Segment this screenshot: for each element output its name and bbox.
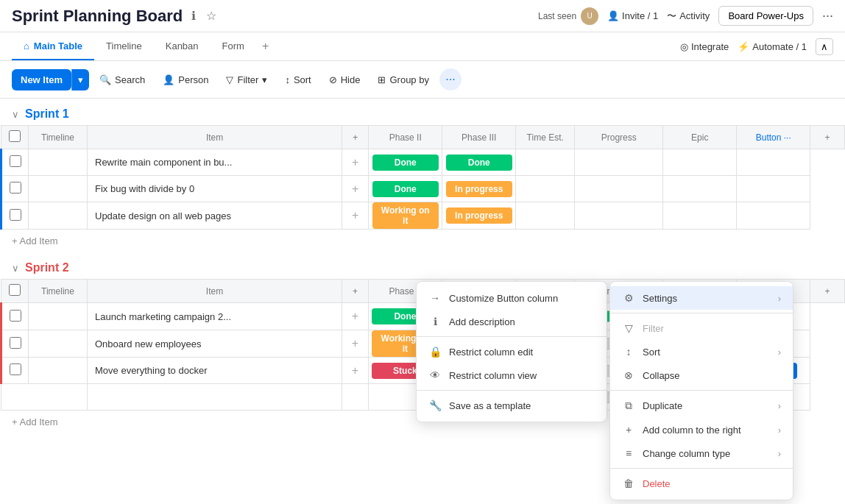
table-row: Move everything to docker + Stuck Stuck … xyxy=(1,358,845,384)
th-add-col-s1[interactable]: + xyxy=(810,126,845,149)
sprint2-header: ∨ Sprint 2 xyxy=(0,252,845,279)
sprint1-title[interactable]: Sprint 1 xyxy=(25,107,69,121)
hide-button[interactable]: ⊘ Hide xyxy=(322,70,368,90)
row-checkbox[interactable] xyxy=(10,310,21,322)
row-progress: 67% xyxy=(574,303,662,330)
add-tab-button[interactable]: + xyxy=(256,32,275,60)
row-phase3: Working on it xyxy=(442,303,515,330)
menu-item-delete[interactable]: 🗑 Delete xyxy=(610,472,793,495)
sort-button[interactable]: ↕ Sort xyxy=(277,70,318,90)
activity-button[interactable]: 〜 Activity xyxy=(667,10,710,23)
row-check[interactable] xyxy=(1,176,29,202)
tab-form-label: Form xyxy=(222,40,244,52)
row-timeline xyxy=(29,149,88,176)
person-toolbar-icon: 👤 xyxy=(163,74,174,85)
click-me-button[interactable]: Click me xyxy=(749,363,797,379)
row-plus[interactable]: + xyxy=(342,202,369,230)
new-item-dropdown[interactable]: ▾ xyxy=(71,69,89,90)
invite-button[interactable]: 👤 Invite / 1 xyxy=(607,10,658,21)
sum-empty5 xyxy=(442,384,515,411)
table-row: Onboard new employees + Working on it St… xyxy=(1,330,845,358)
row-phase2: Done xyxy=(369,176,442,202)
row-item: Update design on all web pages xyxy=(88,202,342,230)
sprint1-add-item[interactable]: + Add Item xyxy=(0,230,845,252)
row-check[interactable] xyxy=(1,303,29,330)
filter-icon: ▽ xyxy=(226,74,233,85)
row-check[interactable] xyxy=(1,330,29,358)
row-checkbox[interactable] xyxy=(10,363,21,375)
sum-empty7 xyxy=(736,384,810,411)
collapse-button[interactable]: ∧ xyxy=(816,38,833,55)
select-all-s1[interactable] xyxy=(9,130,21,142)
tab-timeline[interactable]: Timeline xyxy=(94,33,154,60)
tab-main-table[interactable]: ⌂ Main Table xyxy=(12,33,94,60)
sum-empty6 xyxy=(662,384,736,411)
row-plus[interactable]: + xyxy=(342,330,368,358)
toolbar-more-button[interactable]: ··· xyxy=(439,68,462,90)
sprint2-toggle[interactable]: ∨ xyxy=(12,263,19,274)
new-item-wrap: New Item ▾ xyxy=(12,69,89,90)
toolbar: New Item ▾ 🔍 Search 👤 Person ▽ Filter ▾ … xyxy=(0,61,845,99)
row-timeline xyxy=(29,303,88,330)
new-item-button[interactable]: New Item xyxy=(12,69,71,90)
integrate-button[interactable]: ◎ Integrate xyxy=(680,41,729,52)
row-checkbox[interactable] xyxy=(10,209,21,221)
row-button[interactable]: Click me xyxy=(736,358,810,384)
sprint1-section: ∨ Sprint 1 Timeline Item + Phase II Phas… xyxy=(0,99,845,252)
automate-icon: ⚡ xyxy=(738,41,749,52)
row-checkbox[interactable] xyxy=(10,182,21,194)
menu-item-change-type[interactable]: ≡ Change column type › xyxy=(610,441,793,465)
row-check[interactable] xyxy=(1,149,29,176)
row-phase2: Stuck xyxy=(368,358,442,384)
tab-form[interactable]: Form xyxy=(211,33,256,60)
th-add-col-s2[interactable]: + xyxy=(810,280,844,303)
main-content: ∨ Sprint 1 Timeline Item + Phase II Phas… xyxy=(0,99,845,504)
row-epic xyxy=(662,330,736,358)
sprint2-table: Timeline Item + Phase II Phase III Time … xyxy=(0,279,845,411)
top-bar-left: Sprint Planning Board ℹ ☆ xyxy=(12,7,218,26)
sprint2-add-item[interactable]: + Add Item xyxy=(0,411,845,433)
row-plus[interactable]: + xyxy=(342,149,369,176)
avatar: U xyxy=(581,7,598,25)
person-button[interactable]: 👤 Person xyxy=(155,70,216,90)
more-options-icon[interactable]: ··· xyxy=(822,8,833,24)
app-title: Sprint Planning Board xyxy=(12,7,183,26)
star-icon[interactable]: ☆ xyxy=(205,7,218,24)
row-plus[interactable]: + xyxy=(342,303,368,330)
search-button[interactable]: 🔍 Search xyxy=(92,70,152,90)
person-icon: 👤 xyxy=(607,10,619,21)
automate-button[interactable]: ⚡ Automate / 1 xyxy=(738,41,807,52)
nav-tabs: ⌂ Main Table Timeline Kanban Form + ◎ In… xyxy=(0,32,845,61)
sum-timest: 13 days sum xyxy=(515,384,574,411)
th-progress-s1: Progress xyxy=(575,126,663,149)
row-timest: 6 days xyxy=(515,358,574,384)
tab-kanban[interactable]: Kanban xyxy=(154,33,211,60)
row-plus[interactable]: + xyxy=(342,176,369,202)
row-checkbox[interactable] xyxy=(10,155,21,167)
sprint2-section: ∨ Sprint 2 Timeline Item + Phase II Phas… xyxy=(0,252,845,433)
sprint1-toggle[interactable]: ∨ xyxy=(12,109,19,120)
filter-button[interactable]: ▽ Filter ▾ xyxy=(219,70,275,90)
sprint2-title[interactable]: Sprint 2 xyxy=(25,261,69,274)
row-epic: #transition xyxy=(662,358,736,384)
th-plus-s2[interactable]: + xyxy=(342,280,368,303)
power-ups-button[interactable]: Board Power-Ups xyxy=(718,6,813,26)
th-plus-s1[interactable]: + xyxy=(342,126,369,149)
group-by-button[interactable]: ⊞ Group by xyxy=(370,70,436,90)
row-check[interactable] xyxy=(1,358,29,384)
th-timest-s2: Time Est. xyxy=(515,280,574,303)
group-icon: ⊞ xyxy=(378,74,386,85)
info-icon[interactable]: ℹ xyxy=(190,7,197,24)
row-checkbox[interactable] xyxy=(10,337,21,349)
select-all-s2[interactable] xyxy=(9,284,21,296)
row-plus[interactable]: + xyxy=(342,358,368,384)
th-progress-s2: Progress xyxy=(574,280,662,303)
row-epic xyxy=(663,149,737,176)
row-phase2: Working on it xyxy=(369,202,442,230)
activity-icon: 〜 xyxy=(667,10,676,23)
th-button-s1[interactable]: Button ··· xyxy=(737,126,810,149)
sum-empty2 xyxy=(88,384,342,411)
th-epic-s2: Epic xyxy=(662,280,736,303)
th-phase2-s2: Phase II xyxy=(368,280,442,303)
row-check[interactable] xyxy=(1,202,29,230)
